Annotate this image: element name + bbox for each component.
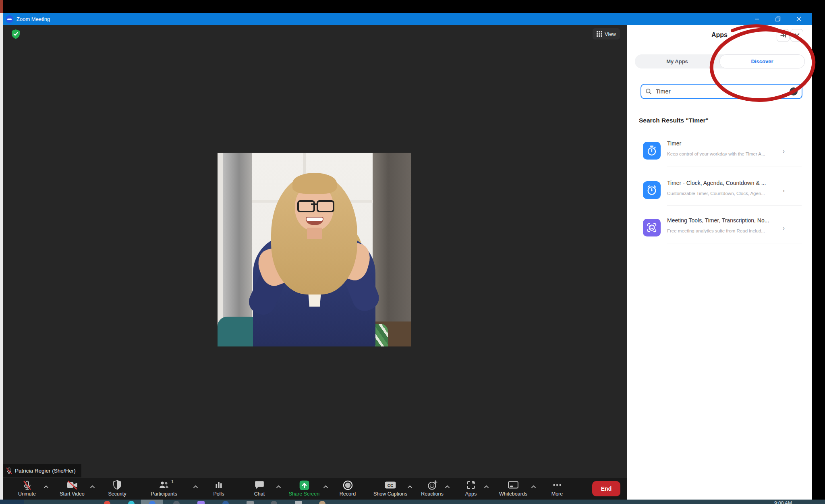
close-window-button[interactable] — [788, 13, 809, 25]
whiteboard-icon — [508, 480, 519, 490]
windows-taskbar[interactable]: 9:00 AM — [0, 500, 825, 504]
participant-name-label: Patricia Regier (She/Her) — [3, 464, 81, 477]
toolbar-more[interactable]: More — [533, 478, 581, 500]
toolbar-unmute[interactable]: Unmute — [3, 478, 51, 500]
zoom-meeting-window: Zoom Meeting View — [0, 0, 825, 504]
grid-view-icon — [597, 31, 602, 37]
share-screen-icon — [299, 480, 310, 490]
participant-count-badge: 1 — [171, 479, 174, 484]
divider — [667, 243, 802, 243]
chevron-right-icon: › — [783, 224, 785, 231]
apps-panel: Apps My Apps Discover ✕ Search Results "… — [627, 25, 812, 500]
close-icon — [796, 17, 801, 21]
toolbar-security[interactable]: Security — [93, 478, 141, 500]
meeting-toolbar: Unmute Start Video Security1 Participant… — [3, 478, 627, 500]
divider — [667, 205, 802, 206]
record-icon — [342, 480, 353, 490]
toolbar-chat[interactable]: Chat — [235, 478, 284, 500]
toolbar-share-screen[interactable]: Share Screen — [280, 478, 328, 500]
taskbar-icon[interactable] — [319, 501, 325, 504]
taskbar-icon[interactable] — [173, 501, 180, 504]
view-button[interactable]: View — [593, 28, 620, 39]
chevron-right-icon: › — [783, 147, 785, 154]
reactions-icon — [427, 480, 438, 490]
end-meeting-button[interactable]: End — [592, 481, 620, 496]
toolbar-apps[interactable]: Apps — [447, 478, 495, 500]
toolbar-participants[interactable]: 1 Participants — [140, 478, 188, 500]
restore-button[interactable] — [767, 13, 788, 25]
muted-mic-icon — [6, 467, 12, 474]
mic-muted-icon — [22, 480, 33, 490]
zoom-logo-icon — [6, 15, 13, 23]
divider — [667, 166, 802, 166]
curtain-right — [373, 153, 411, 332]
toolbar-whiteboards[interactable]: Whiteboards — [489, 478, 537, 500]
taskbar-icon[interactable] — [295, 501, 302, 504]
taskbar-icon[interactable] — [271, 501, 277, 504]
taskbar-icon[interactable] — [128, 501, 135, 504]
background-right — [812, 0, 825, 500]
meeting-security-shield-icon[interactable] — [11, 29, 21, 39]
polls-icon — [214, 480, 224, 490]
taskbar-icon[interactable] — [247, 501, 254, 504]
stopwatch-app-icon — [643, 142, 661, 160]
taskbar-icon[interactable] — [222, 501, 229, 504]
person-glasses — [297, 200, 315, 212]
background-corner — [0, 0, 3, 13]
chevron-up-icon[interactable] — [484, 483, 489, 486]
participants-icon: 1 — [158, 480, 170, 490]
minimize-button[interactable] — [746, 13, 767, 25]
taskbar-icon[interactable] — [197, 501, 205, 504]
titlebar: Zoom Meeting — [3, 13, 812, 25]
window-title: Zoom Meeting — [17, 16, 50, 22]
toolbar-start-video[interactable]: Start Video — [48, 478, 96, 500]
more-icon — [552, 480, 562, 490]
toolbar-show-captions[interactable]: CC Show Captions — [366, 478, 415, 500]
captions-icon: CC — [384, 480, 396, 490]
taskbar-clock: 9:00 AM — [774, 500, 792, 504]
view-button-label: View — [605, 31, 616, 37]
alarm-clock-app-icon — [643, 181, 661, 199]
background-window-edge — [0, 13, 3, 500]
chevron-right-icon: › — [783, 187, 785, 194]
participant-video — [218, 153, 411, 346]
camera-muted-icon — [66, 480, 78, 490]
toolbar-record[interactable]: Record — [323, 478, 372, 500]
app-result-2[interactable]: Timer - Clock, Agenda, Countdown & ... C… — [643, 181, 801, 208]
taskbar-icon[interactable] — [104, 501, 110, 504]
apps-icon — [466, 480, 476, 490]
svg-text:CC: CC — [388, 483, 394, 488]
shield-icon — [112, 480, 122, 490]
video-stage: View — [3, 25, 627, 478]
read-ai-app-icon — [643, 219, 661, 236]
restore-icon — [775, 17, 781, 22]
app-result-1[interactable]: Timer Keep control of your workday with … — [643, 142, 801, 168]
minimize-icon — [755, 17, 759, 21]
app-result-3[interactable]: Meeting Tools, Timer, Transcription, No.… — [643, 219, 801, 245]
chat-icon — [254, 480, 265, 490]
curtain-left — [223, 153, 252, 329]
